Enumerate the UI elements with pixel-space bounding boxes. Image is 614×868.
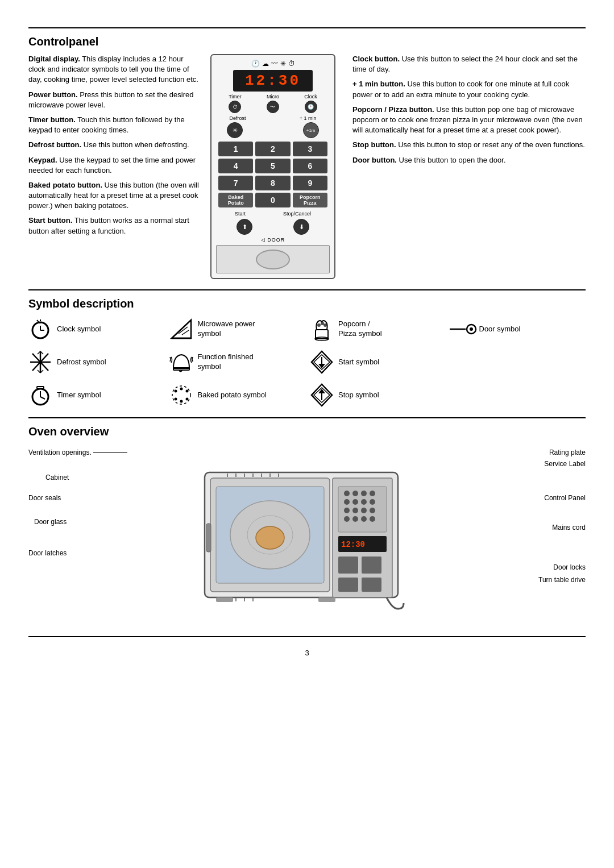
divider-3 xyxy=(28,417,586,418)
key-8[interactable]: 8 xyxy=(255,176,290,190)
rating-plate-label: Rating plate xyxy=(549,448,586,456)
popcorn-pizza-button[interactable]: PopcornPizza xyxy=(293,193,327,207)
cp-right-column: Clock button. Use this button to select … xyxy=(341,54,586,170)
control-panel-label: Control Panel xyxy=(544,494,586,502)
svg-point-8 xyxy=(317,323,321,327)
key-5[interactable]: 5 xyxy=(255,159,290,173)
svg-point-65 xyxy=(352,516,358,522)
key-3[interactable]: 3 xyxy=(293,142,327,156)
cp-desc-baked: Baked potato button. Use this button (th… xyxy=(28,180,199,211)
turntable-plate xyxy=(256,250,290,269)
symbol-item-door: Door symbol xyxy=(451,317,586,341)
ventilation-label: Ventilation openings. xyxy=(28,448,127,456)
svg-point-66 xyxy=(361,516,367,522)
clock-button[interactable]: 🕐 xyxy=(305,101,317,113)
timer-symbol-icon xyxy=(28,383,52,407)
timer-label: Timer xyxy=(229,94,242,99)
mains-cord-label: Mains cord xyxy=(552,524,586,531)
door-symbol-icon xyxy=(451,317,475,341)
key-9[interactable]: 9 xyxy=(293,176,327,190)
cp-desc-popcorn: Popcorn / Pizza button. Use this button … xyxy=(352,105,586,136)
symbol-item-popcorn: Popcorn /Pizza symbol xyxy=(310,317,445,341)
svg-point-10 xyxy=(323,323,327,327)
bottom-divider xyxy=(28,636,586,637)
svg-point-62 xyxy=(361,508,367,513)
cp-desc-plus1min: + 1 min button. Use this button to cook … xyxy=(352,79,586,99)
svg-marker-3 xyxy=(172,320,191,338)
divider-2 xyxy=(28,289,586,290)
defrost-button[interactable]: ✳ xyxy=(227,122,243,138)
symbol-item-clock: Clock symbol xyxy=(28,317,164,341)
svg-point-49 xyxy=(256,526,284,549)
start-label: Start xyxy=(235,211,246,217)
svg-rect-86 xyxy=(216,597,233,602)
door-glass-label: Door glass xyxy=(34,518,67,526)
defrost-label: Defrost xyxy=(230,115,246,121)
svg-point-60 xyxy=(344,508,350,513)
page-number: 3 xyxy=(28,649,586,657)
door-symbol-label: Door symbol xyxy=(479,325,521,334)
popcorn-symbol-label: Popcorn /Pizza symbol xyxy=(338,319,382,339)
btn-row-labels-bottom: Start Stop/Cancel xyxy=(216,211,330,217)
defrost-symbol-label: Defrost symbol xyxy=(57,358,106,367)
plus1min-button[interactable]: +1m xyxy=(303,122,319,138)
symbol-item-stop: Stop symbol xyxy=(310,383,445,407)
display-icons: 🕐 ☁ 〰 ✳ ⏱ xyxy=(216,60,330,68)
cp-desc-defrost: Defrost button. Use this button when def… xyxy=(28,140,199,150)
symbol-grid: Clock symbol Microwave powersymbol xyxy=(28,317,586,407)
microwave-power-label: Microwave powersymbol xyxy=(198,319,255,339)
door-seals-label: Door seals xyxy=(28,494,61,502)
oven-overview-title: Oven overview xyxy=(28,425,586,438)
svg-point-39 xyxy=(185,398,188,401)
svg-point-54 xyxy=(361,491,367,496)
timer-symbol-label: Timer symbol xyxy=(57,391,101,400)
symbol-item-microwave: Microwave powersymbol xyxy=(169,317,305,341)
key-0[interactable]: 0 xyxy=(255,193,290,207)
baked-potato-label: Baked potato symbol xyxy=(198,391,267,400)
symbol-item-start: Start symbol xyxy=(310,350,445,374)
svg-rect-31 xyxy=(37,387,44,389)
baked-potato-button[interactable]: BakedPotato xyxy=(218,193,253,207)
key-1[interactable]: 1 xyxy=(218,142,253,156)
cp-desc-stop: Stop button. Use this button to stop or … xyxy=(352,140,586,150)
symbol-item-baked-potato: Baked potato symbol xyxy=(169,383,305,407)
svg-point-57 xyxy=(352,499,358,505)
cabinet-label: Cabinet xyxy=(45,474,69,481)
key-2[interactable]: 2 xyxy=(255,142,290,156)
svg-rect-74 xyxy=(206,524,211,552)
timer-button[interactable]: ⏱ xyxy=(229,101,241,113)
timer-icon-disp: ⏱ xyxy=(288,60,295,68)
cp-left-column: Digital display. This display includes a… xyxy=(28,54,205,241)
key-7[interactable]: 7 xyxy=(218,176,253,190)
svg-point-67 xyxy=(370,516,375,522)
top-divider xyxy=(28,27,586,28)
clock-label: Clock xyxy=(304,94,317,99)
svg-point-14 xyxy=(470,327,473,331)
svg-point-64 xyxy=(344,516,350,522)
microwave-power-icon xyxy=(169,317,193,341)
door-row: ◁ DOOR xyxy=(216,237,330,243)
svg-point-38 xyxy=(180,400,182,403)
micro-label: Micro xyxy=(267,94,279,99)
symbol-item-function-finished: Function finishedsymbol xyxy=(169,350,305,374)
btn-row-labels2: Defrost + 1 min xyxy=(216,115,330,121)
svg-point-53 xyxy=(352,491,358,496)
controlpanel-section: Digital display. This display includes a… xyxy=(28,54,586,279)
svg-point-55 xyxy=(370,491,375,496)
svg-rect-71 xyxy=(362,556,381,574)
cp-desc-start: Start button. This button works as a nor… xyxy=(28,215,199,236)
start-button[interactable]: ⬆ xyxy=(237,219,252,235)
svg-rect-70 xyxy=(338,556,358,574)
symbol-title: Symbol description xyxy=(28,297,586,310)
svg-line-30 xyxy=(40,397,45,399)
svg-point-35 xyxy=(180,388,182,391)
function-finished-label: Function finishedsymbol xyxy=(198,352,254,372)
key-6[interactable]: 6 xyxy=(293,159,327,173)
micro-button[interactable]: 〜 xyxy=(267,101,279,113)
svg-point-37 xyxy=(174,398,177,401)
stop-symbol-label: Stop symbol xyxy=(338,391,379,400)
svg-point-34 xyxy=(174,390,177,393)
stop-cancel-button[interactable]: ⬇ xyxy=(293,219,309,235)
microwave-diagram: 🕐 ☁ 〰 ✳ ⏱ 12:30 Timer Micro Clock ⏱ 〜 🕐 xyxy=(210,54,335,279)
key-4[interactable]: 4 xyxy=(218,159,253,173)
